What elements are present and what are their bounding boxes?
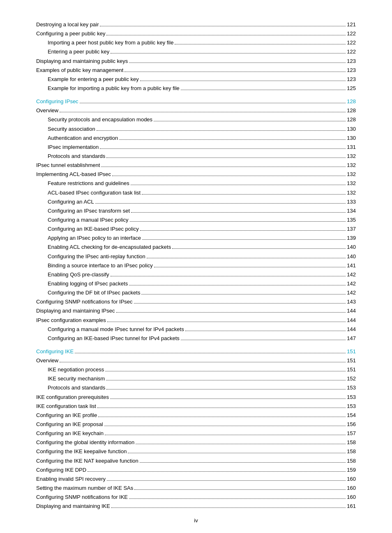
toc-entry: Security protocols and encapsulation mod… — [36, 116, 356, 124]
toc-entry: Configuring an IPsec transform set134 — [36, 207, 356, 215]
toc-dots — [181, 90, 346, 90]
toc-dots — [111, 508, 346, 508]
toc-entry: Example for entering a peer public key12… — [36, 75, 356, 83]
toc-dots — [134, 303, 346, 304]
toc-entry: Configuring the DF bit of IPsec packets1… — [36, 289, 356, 297]
toc-entry-label: Configuring the IKE keepalive function — [36, 447, 127, 456]
toc-page-number: 153 — [347, 384, 356, 392]
toc-entry: Configuring an IKE-based IPsec policy137 — [36, 225, 356, 233]
toc-dots — [75, 353, 346, 353]
toc-page-number: 133 — [347, 198, 356, 206]
toc-entry-label: Configuring an ACL — [48, 198, 94, 206]
toc-entry: IKE negotiation process151 — [36, 366, 356, 374]
toc-page-number: 158 — [347, 438, 356, 447]
toc-dots — [129, 498, 346, 499]
toc-dots — [116, 312, 346, 313]
toc-dots — [134, 489, 346, 490]
toc-entry-label: Feature restrictions and guidelines — [48, 179, 129, 188]
toc-page-number: 159 — [347, 466, 356, 474]
toc-entry-label: IKE configuration task list — [36, 402, 96, 410]
toc-entry-label: Configuring an IKE profile — [36, 411, 97, 419]
toc-entry: Overview151 — [36, 357, 356, 365]
toc-page-number: 158 — [347, 457, 356, 465]
toc-dots — [128, 453, 346, 453]
toc-section-header: Configuring IPsec128 — [36, 97, 356, 106]
toc-page-number: 140 — [347, 253, 356, 261]
toc-entry-label: Configuring an IKE proposal — [36, 420, 103, 429]
toc-page-number: 132 — [347, 161, 356, 169]
toc-entry-label: Enabling logging of IPsec packets — [48, 280, 128, 288]
toc-entry-label: Configuring an IKE keychain — [36, 429, 104, 438]
toc-entry: Configuring a manual mode IPsec tunnel f… — [36, 325, 356, 334]
toc-page-number: 123 — [347, 75, 356, 83]
toc-entry: Configuring an IKE proposal156 — [36, 420, 356, 429]
toc-entry-label: Authentication and encryption — [48, 134, 118, 142]
toc-dots — [136, 444, 346, 444]
toc-entry-label: Binding a source interface to an IPsec p… — [48, 262, 153, 270]
toc-page-number: 157 — [347, 429, 356, 438]
toc-entry: Binding a source interface to an IPsec p… — [36, 262, 356, 270]
toc-entry-label: Example for entering a peer public key — [48, 75, 139, 83]
toc-page-number: 151 — [347, 357, 356, 365]
toc-entry-label: Displaying and maintaining public keys — [36, 57, 128, 65]
toc-dots — [181, 340, 346, 340]
toc-dots — [125, 72, 346, 72]
toc-page-number: 161 — [347, 502, 356, 510]
toc-page-number: 141 — [347, 262, 356, 270]
toc-page-number: 147 — [347, 334, 356, 343]
toc-dots — [131, 185, 346, 185]
toc-dots — [112, 176, 346, 176]
toc-entry: Protocols and standards132 — [36, 152, 356, 160]
toc-page-number: 132 — [347, 189, 356, 197]
toc-dots — [107, 322, 346, 322]
toc-entry: Displaying and maintaining public keys12… — [36, 57, 356, 65]
toc-page-number: 142 — [347, 289, 356, 297]
toc-entry-label: Examples of public key management — [36, 66, 123, 74]
toc-entry: Configuring IKE DPD159 — [36, 466, 356, 474]
toc-page-number: 132 — [347, 179, 356, 188]
toc-entry: Configuring the IKE NAT keepalive functi… — [36, 457, 356, 465]
page: Destroying a local key pair121Configurin… — [0, 0, 392, 533]
toc-entry: Overview128 — [36, 107, 356, 115]
toc-dots — [105, 435, 346, 435]
toc-entry-label: Configuring a manual IPsec policy — [48, 216, 129, 224]
toc-entry-label: Security association — [48, 125, 95, 133]
toc-dots — [185, 331, 346, 331]
toc-entry: ACL-based IPsec configuration task list1… — [36, 189, 356, 197]
toc-dots — [141, 294, 346, 294]
toc-entry: Enabling logging of IPsec packets142 — [36, 280, 356, 288]
page-number: iv — [194, 517, 198, 524]
toc-entry: Displaying and maintaining IKE161 — [36, 502, 356, 510]
toc-dots — [142, 194, 346, 195]
toc-entry-label: IKE negotiation process — [48, 366, 104, 374]
toc-page-number: 160 — [347, 484, 356, 492]
toc-entry-label: Enabling ACL checking for de-encapsulate… — [48, 243, 171, 251]
toc-entry-label: Setting the maximum number of IKE SAs — [36, 484, 133, 492]
toc-dots — [140, 230, 346, 231]
toc-dots — [106, 380, 346, 380]
toc-entry-label: Protocols and standards — [48, 152, 105, 160]
toc-entry-label: Security protocols and encapsulation mod… — [48, 116, 152, 124]
toc-dots — [97, 130, 346, 131]
toc-entry-label: Enabling invalid SPI recovery — [36, 475, 106, 483]
toc-entry-label: Destroying a local key pair — [36, 21, 99, 29]
toc-dots — [140, 81, 346, 81]
toc-dots — [131, 212, 346, 213]
toc-entry-label: Importing a peer host public key from a … — [48, 39, 173, 47]
toc-entry-label: IKE security mechanism — [48, 375, 105, 383]
toc-page-number: 144 — [347, 325, 356, 334]
toc-entry-label: Configuring a manual mode IPsec tunnel f… — [48, 325, 184, 334]
toc-page-number: 144 — [347, 316, 356, 324]
toc-section-header: Configuring IKE151 — [36, 348, 356, 356]
toc-dots — [88, 471, 346, 472]
toc-page-number: 128 — [347, 107, 356, 115]
toc-dots — [172, 248, 346, 249]
toc-entry-label: Displaying and maintaining IPsec — [36, 307, 115, 315]
toc-dots — [142, 239, 346, 240]
toc-entry-label: ACL-based IPsec configuration task list — [48, 189, 141, 197]
toc-dots — [105, 371, 346, 371]
toc-entry-label: Protocols and standards — [48, 384, 105, 392]
toc-entry: Displaying and maintaining IPsec144 — [36, 307, 356, 315]
toc-entry: Enabling ACL checking for de-encapsulate… — [36, 243, 356, 251]
toc-entry-label: Configuring IKE DPD — [36, 466, 86, 474]
